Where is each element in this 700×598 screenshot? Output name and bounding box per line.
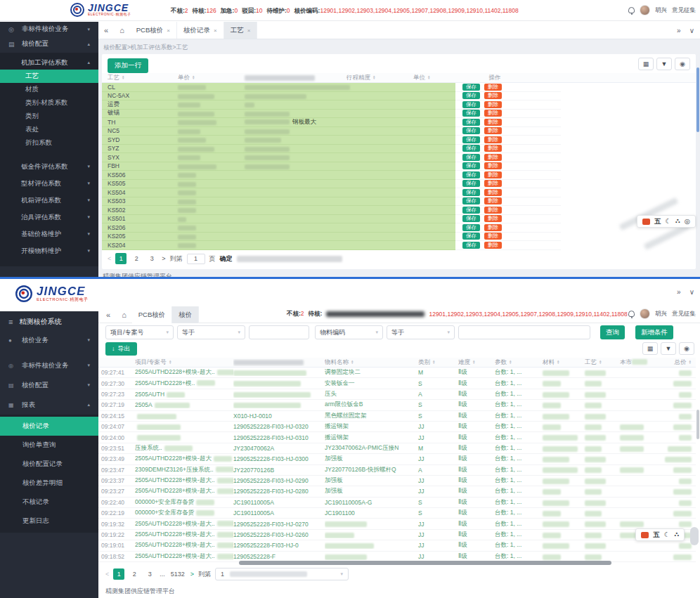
page-button[interactable]: 2 [131, 253, 142, 264]
table-row[interactable]: 镀锡 保存 删除 [102, 110, 696, 119]
table-row[interactable]: KS504 保存 删除 [102, 188, 696, 197]
close-icon[interactable]: × [214, 27, 217, 34]
table-row[interactable]: 09:27:23 2505AUTH 压头 A Ⅱ级 台数: 1, ... [98, 389, 696, 400]
page-button[interactable]: 3 [146, 253, 157, 264]
sidebar-group-collapsed[interactable]: 治具评估系数 ▾ [0, 209, 98, 226]
sort-icon[interactable]: ▲▼ [427, 75, 430, 80]
table-row[interactable]: 09:24:07 12905252228-FI03-HJ-0320 搬运钢架 J… [98, 422, 696, 432]
sidebar-item[interactable]: 不核记录 [0, 493, 98, 512]
sort-icon[interactable]: ▲▼ [122, 75, 124, 80]
sidebar-group-collapsed[interactable]: 基础价格维护 ▾ [0, 226, 98, 242]
table-row[interactable]: 09:23:47 2309DEMHZ3126+压接系统.. JY22077012… [98, 465, 696, 476]
sidebar-item[interactable]: 工艺 [0, 70, 98, 83]
save-button[interactable]: 保存 [462, 197, 480, 204]
table-row[interactable]: KS206 保存 删除 [102, 223, 696, 233]
collapse-sidebar-icon[interactable]: « [106, 311, 110, 319]
delete-button[interactable]: 删除 [484, 119, 502, 126]
save-button[interactable]: 保存 [462, 84, 480, 91]
delete-button[interactable]: 删除 [484, 84, 502, 91]
delete-button[interactable]: 删除 [484, 197, 502, 204]
scrollbar-thumb[interactable] [696, 410, 699, 439]
save-button[interactable]: 保存 [462, 215, 480, 222]
tab[interactable]: PCB核价 [132, 306, 173, 323]
table-row[interactable]: KS502 保存 删除 [102, 206, 696, 215]
save-button[interactable]: 保存 [462, 154, 480, 161]
filter-field-select[interactable]: 物料编码▾ [315, 325, 383, 339]
bell-icon[interactable] [628, 311, 635, 317]
sidebar-group[interactable]: ◎ 非标件核价业务 ▾ [0, 356, 98, 375]
delete-button[interactable]: 删除 [484, 92, 502, 99]
dots-icon[interactable]: ∴ [674, 531, 679, 538]
delete-button[interactable]: 删除 [484, 136, 502, 143]
page-button[interactable]: 2 [129, 568, 140, 580]
sidebar-item[interactable]: 核价差异明细 [0, 474, 98, 493]
hamburger-icon[interactable]: ≡ [8, 318, 13, 326]
table-row[interactable]: KS204 保存 删除 [102, 241, 696, 250]
translate-icon[interactable]: 五 [653, 531, 660, 538]
export-icon[interactable]: ▼ [656, 58, 672, 70]
horizontal-scrollbar[interactable] [239, 561, 611, 565]
moon-icon[interactable]: ☾ [664, 531, 670, 538]
sort-icon[interactable]: ▲▼ [372, 75, 375, 80]
avatar[interactable] [640, 308, 650, 319]
page-button[interactable]: 1 [113, 568, 124, 580]
sidebar-section-machining[interactable]: 机加工评估系数 ▴ [0, 56, 98, 70]
sidebar-group-collapsed[interactable]: 型材评估系数 ▾ [0, 175, 98, 192]
home-icon[interactable]: ⌂ [122, 311, 127, 319]
page-size-select[interactable]: 1 ▾ [215, 568, 349, 580]
home-icon[interactable]: ⌂ [119, 26, 124, 34]
tab[interactable]: 核价记录 × [177, 22, 224, 39]
sidebar-item[interactable]: 更新日志 [0, 512, 98, 531]
sort-icon[interactable]: ▲▼ [432, 360, 435, 365]
add-row-button[interactable]: 添加一行 [108, 58, 148, 73]
avatar[interactable] [640, 5, 650, 15]
sidebar-brand[interactable]: ≡ 精测核价系统 [0, 313, 98, 330]
bell-icon[interactable] [628, 7, 635, 13]
sort-icon[interactable]: ▲▼ [557, 360, 559, 365]
save-button[interactable]: 保存 [462, 127, 480, 134]
delete-button[interactable]: 删除 [484, 127, 502, 134]
filter-value-input[interactable] [458, 325, 590, 339]
next-page-icon[interactable]: > [190, 571, 194, 578]
last-page-button[interactable]: 5132 [169, 568, 186, 580]
sort-icon[interactable]: ▲▼ [509, 360, 512, 365]
feedback-link[interactable]: 意见征集 [672, 310, 696, 318]
table-row[interactable]: 09:19:01 2505AUTHD2228+模块-超大.. 129052522… [98, 540, 696, 551]
delete-button[interactable]: 删除 [484, 189, 502, 196]
table-row[interactable]: 09:27:19 2505A arm限位钣金B S Ⅱ级 台数: 1, ... [98, 400, 696, 410]
delete-button[interactable]: 删除 [484, 162, 502, 169]
delete-button[interactable]: 删除 [484, 207, 502, 214]
goto-page-input[interactable] [187, 254, 205, 264]
gear-icon[interactable]: ◎ [685, 218, 690, 225]
table-row[interactable]: KS501 保存 删除 [102, 215, 696, 224]
table-row[interactable]: NC5 保存 删除 [102, 127, 696, 136]
table-row[interactable]: 09:24:00 12905252228-FI03-HJ-0310 搬运钢架 J… [98, 432, 696, 443]
columns-icon[interactable]: ▦ [642, 342, 658, 355]
close-icon[interactable]: × [247, 27, 251, 34]
sidebar-item[interactable]: 材质 [0, 83, 98, 96]
print-icon[interactable]: ◉ [679, 342, 694, 355]
table-row[interactable]: SYZ 保存 删除 [102, 145, 696, 154]
save-button[interactable]: 保存 [462, 207, 480, 214]
save-button[interactable]: 保存 [462, 242, 480, 249]
page-button[interactable]: 1 [115, 253, 127, 264]
sidebar-group-collapsed[interactable]: 开模物料维护 ▾ [0, 242, 98, 259]
sort-icon[interactable]: ▲▼ [351, 360, 354, 365]
save-button[interactable]: 保存 [462, 189, 480, 196]
sidebar-group[interactable]: ● 核价业务 ▾ [0, 330, 98, 350]
filter-operator-select[interactable]: 等于▾ [387, 325, 455, 339]
confirm-button[interactable]: 确定 [220, 254, 233, 264]
delete-button[interactable]: 删除 [484, 224, 502, 231]
save-button[interactable]: 保存 [462, 110, 480, 117]
filter-field-select[interactable]: 项目/专案号▾ [105, 325, 174, 339]
save-button[interactable]: 保存 [462, 233, 480, 240]
tabs-collapse-icon[interactable]: ∨ [689, 288, 694, 296]
sidebar-item[interactable]: 核价配置记录 [0, 455, 98, 474]
table-row[interactable]: CL 保存 删除 [102, 83, 696, 92]
save-button[interactable]: 保存 [462, 180, 480, 187]
table-row[interactable]: KS205 保存 删除 [102, 233, 696, 242]
table-row[interactable]: KS506 保存 删除 [102, 171, 696, 180]
sidebar-item[interactable]: 核价记录 [0, 417, 98, 436]
extension-icon[interactable] [641, 532, 649, 538]
tabs-forward-icon[interactable]: » [677, 27, 681, 34]
